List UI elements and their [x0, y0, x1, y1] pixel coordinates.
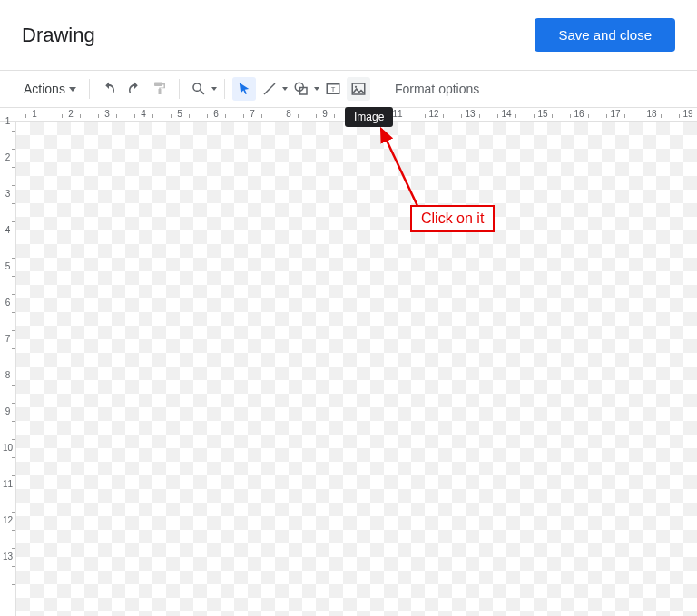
textbox-icon: T	[325, 81, 341, 97]
ruler-tick: 16	[561, 108, 597, 118]
cursor-icon	[236, 81, 252, 97]
toolbar: Actions	[0, 71, 697, 107]
separator	[224, 79, 225, 99]
ruler-tick: 15	[525, 108, 561, 118]
redo-icon	[126, 81, 142, 97]
image-tool-button[interactable]	[347, 77, 370, 101]
ruler-tick: 6	[198, 108, 234, 118]
format-options-button[interactable]: Format options	[395, 82, 479, 96]
line-icon	[261, 81, 278, 97]
paint-roller-icon	[152, 81, 168, 97]
drawing-canvas[interactable]	[16, 122, 697, 616]
ruler-tick: 8	[270, 108, 307, 118]
ruler-tick: 2	[53, 108, 89, 118]
ruler-tick: 12	[416, 108, 452, 118]
separator	[89, 79, 90, 99]
select-tool-button[interactable]	[232, 77, 256, 101]
image-tooltip: Image	[345, 107, 393, 127]
annotation-callout: Click on it	[410, 205, 495, 232]
paint-format-button[interactable]	[148, 77, 172, 101]
save-and-close-button[interactable]: Save and close	[535, 18, 675, 52]
caret-down-icon	[211, 87, 217, 91]
ruler-tick: 5	[162, 108, 198, 118]
ruler-tick: 13	[0, 557, 15, 593]
dialog-title: Drawing	[22, 24, 95, 47]
undo-button[interactable]	[97, 77, 121, 101]
ruler-tick: 19	[670, 108, 697, 118]
caret-down-icon	[314, 87, 319, 91]
actions-menu-label: Actions	[24, 82, 65, 96]
ruler-tick: 17	[597, 108, 633, 118]
ruler-tick: 1	[16, 108, 53, 118]
ruler-tick: 3	[89, 108, 125, 118]
textbox-tool-button[interactable]: T	[321, 77, 345, 101]
ruler-tick: 4	[125, 108, 162, 118]
separator	[378, 79, 378, 99]
separator	[179, 79, 180, 99]
zoom-icon	[191, 81, 207, 97]
caret-down-icon	[282, 87, 288, 91]
zoom-dropdown[interactable]	[187, 77, 217, 101]
ruler-tick: 9	[307, 108, 343, 118]
ruler-tick: 7	[234, 108, 270, 118]
undo-icon	[101, 81, 117, 97]
shape-icon	[293, 81, 309, 97]
dialog-header: Drawing Save and close	[0, 0, 697, 71]
redo-button[interactable]	[123, 77, 146, 101]
svg-text:T: T	[331, 85, 336, 93]
line-tool-dropdown[interactable]	[258, 77, 288, 101]
ruler-tick: 14	[488, 108, 525, 118]
ruler-tick: 13	[452, 108, 488, 118]
image-icon	[350, 81, 367, 97]
actions-menu[interactable]: Actions	[18, 78, 82, 100]
shape-tool-dropdown[interactable]	[290, 77, 319, 101]
vertical-ruler: 12345678910111213	[0, 122, 16, 616]
caret-down-icon	[69, 87, 76, 92]
ruler-tick: 18	[633, 108, 670, 118]
svg-point-5	[355, 86, 357, 88]
